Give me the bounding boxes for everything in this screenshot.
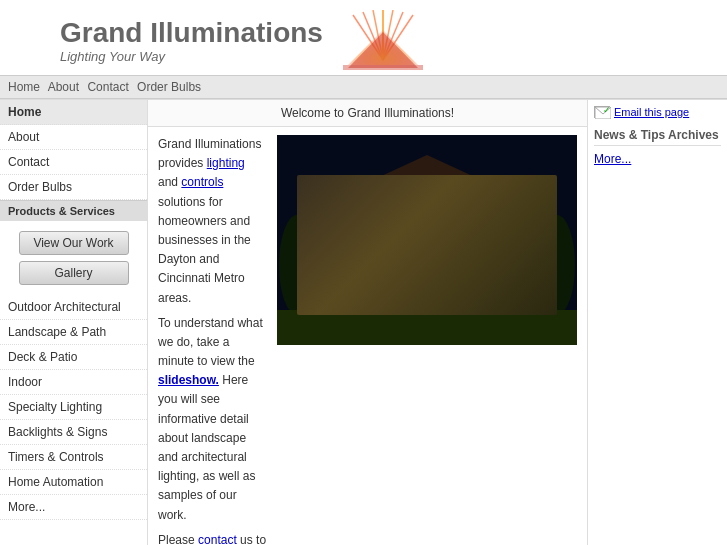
sidebar: Home About Contact Order Bulbs Products … bbox=[0, 100, 148, 545]
products-services-header: Products & Services bbox=[0, 200, 147, 221]
svg-rect-9 bbox=[343, 65, 423, 70]
svg-rect-14 bbox=[397, 235, 432, 263]
email-icon bbox=[594, 106, 610, 118]
email-link-label: Email this page bbox=[614, 106, 689, 118]
main-content: Welcome to Grand Illuminations! Grand Il… bbox=[148, 100, 587, 545]
sidebar-item-order-bulbs[interactable]: Order Bulbs bbox=[0, 175, 147, 200]
page-header: Grand Illuminations Lighting Your Way bbox=[0, 0, 727, 75]
site-title: Grand Illuminations bbox=[60, 17, 323, 49]
main-layout: Home About Contact Order Bulbs Products … bbox=[0, 99, 727, 545]
sidebar-item-specialty[interactable]: Specialty Lighting bbox=[0, 395, 147, 420]
nav-about[interactable]: About bbox=[48, 80, 79, 94]
right-sidebar: Email this page News & Tips Archives Mor… bbox=[587, 100, 727, 545]
intro-section: Grand Illuminations provides lighting an… bbox=[158, 135, 577, 545]
gallery-button[interactable]: Gallery bbox=[19, 261, 129, 285]
sidebar-item-deck[interactable]: Deck & Patio bbox=[0, 345, 147, 370]
navbar: Home About Contact Order Bulbs bbox=[0, 75, 727, 99]
svg-point-17 bbox=[444, 294, 450, 300]
body4-text: Please bbox=[158, 533, 198, 545]
content-header: Welcome to Grand Illuminations! bbox=[148, 100, 587, 127]
sidebar-item-home-automation[interactable]: Home Automation bbox=[0, 470, 147, 495]
content-body: Grand Illuminations provides lighting an… bbox=[148, 127, 587, 545]
sidebar-item-outdoor[interactable]: Outdoor Architectural bbox=[0, 295, 147, 320]
svg-rect-11 bbox=[307, 215, 547, 315]
svg-point-24 bbox=[332, 215, 382, 295]
intro-and: and bbox=[158, 175, 181, 189]
sidebar-item-about[interactable]: About bbox=[0, 125, 147, 150]
header-text-block: Grand Illuminations Lighting Your Way bbox=[60, 17, 323, 64]
nav-home[interactable]: Home bbox=[8, 80, 40, 94]
sidebar-item-home[interactable]: Home bbox=[0, 100, 147, 125]
svg-rect-23 bbox=[277, 310, 577, 345]
sidebar-item-backlights[interactable]: Backlights & Signs bbox=[0, 420, 147, 445]
contact-link[interactable]: contact bbox=[198, 533, 237, 545]
sidebar-item-timers[interactable]: Timers & Controls bbox=[0, 445, 147, 470]
slideshow-link[interactable]: slideshow. bbox=[158, 373, 219, 387]
sidebar-item-more[interactable]: More... bbox=[0, 495, 147, 520]
intro-text-2: solutions for homeowners and businesses … bbox=[158, 195, 251, 305]
sidebar-item-contact[interactable]: Contact bbox=[0, 150, 147, 175]
logo-graphic bbox=[343, 10, 423, 70]
body3-text: Here you will see informative detail abo… bbox=[158, 373, 255, 521]
svg-point-25 bbox=[472, 215, 522, 295]
sidebar-item-landscape[interactable]: Landscape & Path bbox=[0, 320, 147, 345]
intro-text: Grand Illuminations provides lighting an… bbox=[158, 135, 267, 545]
svg-rect-16 bbox=[402, 275, 452, 315]
svg-point-21 bbox=[279, 215, 315, 315]
site-tagline: Lighting Your Way bbox=[60, 49, 323, 64]
nav-order-bulbs[interactable]: Order Bulbs bbox=[137, 80, 201, 94]
lighting-link[interactable]: lighting bbox=[207, 156, 245, 170]
nav-contact[interactable]: Contact bbox=[87, 80, 128, 94]
svg-marker-8 bbox=[348, 32, 418, 68]
news-more-link[interactable]: More... bbox=[594, 152, 721, 166]
controls-link[interactable]: controls bbox=[181, 175, 223, 189]
sidebar-item-indoor[interactable]: Indoor bbox=[0, 370, 147, 395]
contact-para: Please contact us to discuss your intere… bbox=[158, 531, 267, 545]
house-photo bbox=[277, 135, 577, 345]
body2-text: To understand what we do, take a minute … bbox=[158, 316, 263, 368]
view-our-work-button[interactable]: View Our Work bbox=[19, 231, 129, 255]
svg-rect-13 bbox=[337, 235, 372, 263]
news-tips-header: News & Tips Archives bbox=[594, 128, 721, 146]
email-this-page-link[interactable]: Email this page bbox=[594, 106, 721, 118]
svg-rect-15 bbox=[467, 235, 502, 263]
svg-point-22 bbox=[539, 215, 575, 315]
